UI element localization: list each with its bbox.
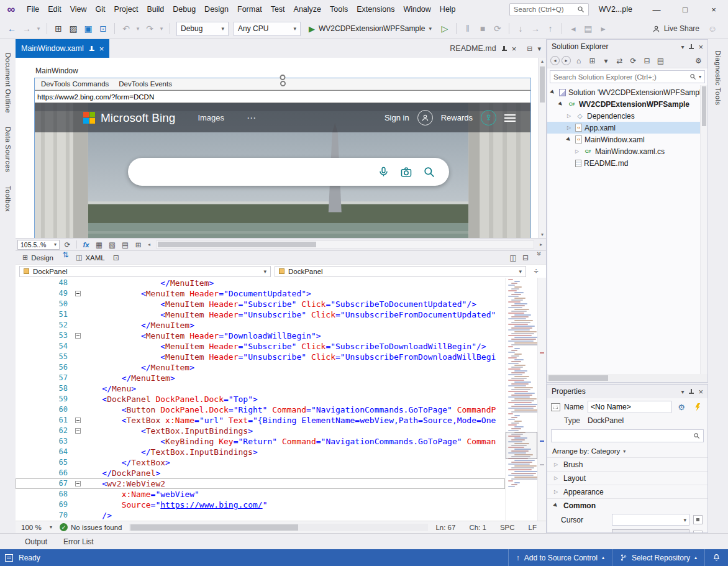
search-icon[interactable] xyxy=(423,166,435,178)
code-line-58[interactable]: 58 </Menu> xyxy=(16,383,505,394)
tree-item-mainwindow-xaml[interactable]: ▶‹›MainWindow.xaml xyxy=(547,134,708,145)
code-line-67[interactable]: 67 <wv2:WebView2 xyxy=(16,478,505,489)
design-view-tab[interactable]: ⊞ Design xyxy=(17,251,58,264)
url-textbox[interactable] xyxy=(35,90,530,103)
popout-xaml-icon[interactable]: ⊡ xyxy=(110,252,122,263)
sign-in-link[interactable]: Sign in xyxy=(384,113,409,122)
properties-search-box[interactable] xyxy=(551,429,704,442)
menu-help[interactable]: Help xyxy=(435,0,460,19)
step-out-icon[interactable]: ↑ xyxy=(544,21,557,36)
start-without-debugging-icon[interactable]: ▷ xyxy=(438,21,452,36)
menu-project[interactable]: Project xyxy=(110,0,143,19)
bookmark-icon[interactable]: ▤ xyxy=(581,21,595,36)
minimize-button[interactable]: — xyxy=(642,0,671,19)
editor-zoom-select[interactable]: 100 % ▾ xyxy=(19,523,55,532)
scroll-right-icon[interactable]: ▸ xyxy=(538,242,544,247)
code-line-59[interactable]: 59 <DockPanel DockPanel.Dock="Top"> xyxy=(16,394,505,404)
tree-horizontal-scrollbar[interactable] xyxy=(547,374,708,382)
group-expander-icon[interactable]: ▶ xyxy=(552,501,561,510)
avatar-icon[interactable] xyxy=(417,110,433,126)
effects-toggle-icon[interactable]: fx xyxy=(80,239,92,250)
tree-item-app-xaml[interactable]: ▷‹›App.xaml xyxy=(547,122,708,134)
code-line-66[interactable]: 66 </DockPanel> xyxy=(16,468,505,478)
scrollbar-thumb[interactable] xyxy=(540,66,545,103)
code-line-56[interactable]: 56 </MenuItem> xyxy=(16,362,505,373)
tree-item-readme-md[interactable]: README.md xyxy=(547,157,708,169)
menu-format[interactable]: Format xyxy=(233,0,266,19)
menu-view[interactable]: View xyxy=(66,0,91,19)
tree-expander-icon[interactable]: ▷ xyxy=(565,113,573,119)
code-line-61[interactable]: 61 <TextBox x:Name="url" Text="{Binding … xyxy=(16,415,505,426)
code-line-53[interactable]: 53 <MenuItem Header="DownloadWillBegin"> xyxy=(16,331,505,341)
window-layout-icon[interactable]: ⊟ xyxy=(527,45,532,53)
save-icon[interactable]: ▣ xyxy=(81,21,95,36)
collapse-toggle-icon[interactable] xyxy=(75,291,81,296)
line-ending-indicator[interactable]: LF xyxy=(529,524,537,531)
menu-design[interactable]: Design xyxy=(200,0,233,19)
feedback-icon[interactable]: ☺ xyxy=(706,21,719,36)
refresh-icon[interactable]: ⟳ xyxy=(627,55,639,66)
tree-item-solution-wv2cdpextensionwpfsample[interactable]: ▶Solution 'WV2CDPExtensionWPFSample' xyxy=(547,86,708,98)
navigate-history-icon[interactable]: ▾ xyxy=(35,21,42,36)
menu-window[interactable]: Window xyxy=(399,0,435,19)
close-icon[interactable]: × xyxy=(698,388,703,396)
code-line-68[interactable]: 68 x:Name="webView" xyxy=(16,489,505,500)
breadcrumb-left-combobox[interactable]: DockPanel ▾ xyxy=(19,266,271,277)
scrollbar-thumb[interactable] xyxy=(702,86,706,126)
more-menu-icon[interactable]: ⋯ xyxy=(247,112,256,124)
tree-vertical-scrollbar[interactable] xyxy=(700,85,708,374)
back-icon[interactable]: ◂ xyxy=(550,56,560,65)
visual-search-camera-icon[interactable] xyxy=(400,166,412,178)
tool-tab-diagnostic-tools[interactable]: Diagnostic Tools xyxy=(714,50,722,105)
collapse-toggle-icon[interactable] xyxy=(75,428,81,434)
collapse-toggle-icon[interactable] xyxy=(75,481,81,486)
collapse-pane-icon[interactable]: » xyxy=(532,252,544,264)
breadcrumb-right-combobox[interactable]: DockPanel ▾ xyxy=(275,266,526,277)
tool-tab-document-outline[interactable]: Document Outline xyxy=(4,53,12,113)
collapse-all-icon[interactable]: ⊟ xyxy=(641,55,653,66)
tool-tab-data-sources[interactable]: Data Sources xyxy=(4,127,12,172)
solution-platforms-select[interactable]: Any CPU ▾ xyxy=(234,22,301,36)
collapse-toggle-icon[interactable] xyxy=(75,333,81,339)
menu-extensions[interactable]: Extensions xyxy=(352,0,399,19)
close-button[interactable]: × xyxy=(699,0,728,19)
bing-logo[interactable]: Microsoft Bing xyxy=(83,111,175,125)
menu-test[interactable]: Test xyxy=(266,0,289,19)
show-all-files-icon[interactable]: ▤ xyxy=(655,55,667,66)
code-line-69[interactable]: 69 Source="https://www.bing.com/" xyxy=(16,500,505,510)
property-group-appearance[interactable]: ▷Appearance xyxy=(547,485,708,498)
menu-git[interactable]: Git xyxy=(91,0,110,19)
property-group-common[interactable]: ▶Common xyxy=(547,498,708,512)
property-marker[interactable] xyxy=(693,531,703,532)
fit-refresh-icon[interactable]: ⟳ xyxy=(61,239,73,250)
scrollbar-thumb[interactable] xyxy=(130,524,298,531)
tab-mainwindow-xaml[interactable]: MainWindow.xaml × xyxy=(16,39,109,58)
events-lightning-icon[interactable] xyxy=(691,401,704,413)
sync-with-active-document-icon[interactable]: ⇄ xyxy=(614,55,626,66)
select-repository-button[interactable]: Select Repository ▴ xyxy=(612,549,704,566)
tree-expander-icon[interactable]: ▷ xyxy=(565,125,573,130)
selection-anchor-handle[interactable] xyxy=(280,75,286,80)
tree-item-wv2cdpextensionwpfsample[interactable]: ▶C#WV2CDPExtensionWPFSample xyxy=(547,98,708,110)
solution-search-input[interactable] xyxy=(553,73,687,81)
menu-edit[interactable]: Edit xyxy=(43,0,66,19)
chevron-down-icon[interactable]: ▾ xyxy=(699,74,701,80)
vertical-split-icon[interactable]: ◫ xyxy=(507,252,519,263)
horizontal-split-icon[interactable]: ⊟ xyxy=(519,252,532,263)
navigate-forward-icon[interactable]: → xyxy=(20,21,34,36)
property-wrench-icon[interactable]: ⚙ xyxy=(675,401,688,413)
snap-to-grid-toggle-icon[interactable]: ▧ xyxy=(106,239,118,250)
scrollbar-thumb[interactable] xyxy=(158,242,316,247)
scroll-left-icon[interactable]: ◂ xyxy=(146,242,152,247)
tree-expander-icon[interactable]: ▶ xyxy=(557,99,566,109)
maximize-button[interactable]: □ xyxy=(671,0,699,19)
code-line-51[interactable]: 51 <MenuItem Header="Unsubscribe" Click=… xyxy=(16,309,505,320)
live-share-button[interactable]: Live Share xyxy=(647,24,704,33)
designer-zoom-select[interactable]: 105.5..% ▾ xyxy=(17,240,60,250)
pending-changes-filter-icon[interactable]: ▾ xyxy=(600,55,612,66)
quick-search-box[interactable]: Search (Ctrl+Q) xyxy=(509,3,589,16)
name-input[interactable] xyxy=(588,401,671,413)
code-line-55[interactable]: 55 <MenuItem Header="Unsubscribe" Click=… xyxy=(16,352,505,362)
design-window[interactable]: DevTools CommandsDevTools Events xyxy=(34,78,531,238)
solution-configurations-select[interactable]: Debug ▾ xyxy=(176,22,229,36)
